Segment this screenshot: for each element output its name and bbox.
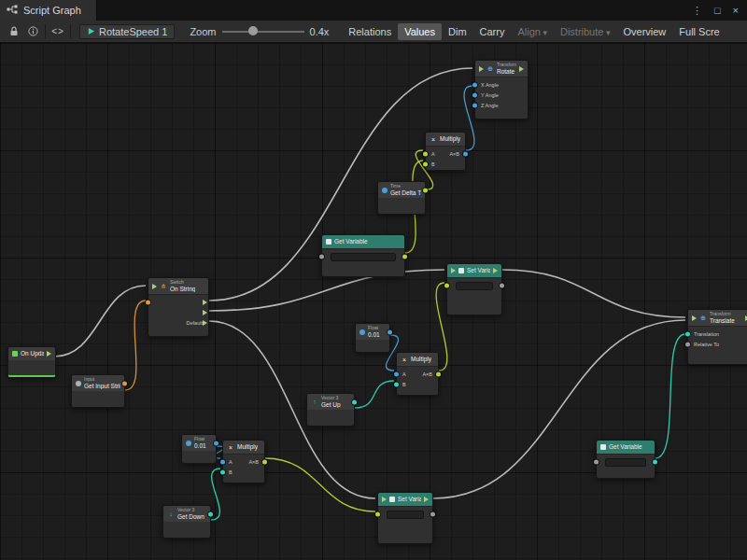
node-title: Set Variable	[467, 267, 490, 273]
flow-port-in[interactable]	[479, 66, 484, 72]
port-dot[interactable]	[146, 301, 150, 305]
node-title: 0.01	[194, 442, 206, 449]
edge-orange	[125, 301, 146, 390]
port-dot[interactable]	[653, 460, 657, 465]
port-dot[interactable]	[388, 329, 392, 334]
port-dot[interactable]	[500, 284, 504, 288]
toolbar-button-carry[interactable]: Carry	[473, 23, 512, 40]
window-menu-icon[interactable]: ⋮	[692, 5, 702, 17]
port-dot[interactable]	[352, 399, 357, 404]
node-get-delta-time[interactable]: TimeGet Delta Time	[377, 181, 426, 215]
zoom-slider-handle[interactable]	[248, 26, 258, 35]
flow-port-rout[interactable]	[203, 300, 207, 305]
port-label: Relative To	[694, 342, 719, 347]
port-dot[interactable]	[430, 512, 435, 517]
port-dot[interactable]	[685, 332, 690, 337]
node-set-variable-bottom[interactable]: Set Variable	[377, 492, 433, 544]
node-vector3-get-down[interactable]: ↓Vector 3Get Down	[162, 505, 211, 539]
port-dot[interactable]	[423, 188, 428, 192]
port-dot[interactable]	[472, 93, 477, 98]
port-label: A×B	[449, 151, 459, 157]
port-dot[interactable]	[594, 460, 599, 465]
flow-port-out[interactable]	[47, 351, 51, 357]
node-on-update[interactable]: On Update	[7, 346, 56, 377]
node-get-variable-right[interactable]: Get Variable	[596, 440, 655, 479]
edge-teal	[355, 381, 394, 408]
port-dot[interactable]	[220, 470, 225, 475]
toolbar-button-fullscreen[interactable]: Full Scre	[672, 23, 726, 40]
port-dot[interactable]	[463, 152, 468, 157]
flow-port-in[interactable]	[451, 268, 456, 273]
node-title: 0.01	[368, 331, 380, 338]
graph-reference[interactable]: RotateSpeed 1	[79, 24, 175, 39]
flow-port-out[interactable]	[519, 66, 524, 72]
node-get-input-string[interactable]: InputGet Input Strin	[71, 374, 125, 408]
node-multiply-mid[interactable]: ×MultiplyAA×BB	[396, 352, 439, 396]
zoom-label: Zoom	[190, 26, 216, 37]
graph-canvas[interactable]: On UpdateInputGet Input Strin⋔SwitchOn S…	[0, 43, 747, 560]
node-switch-on-string[interactable]: ⋔SwitchOn StringDefault	[148, 277, 209, 337]
port-dot[interactable]	[208, 511, 213, 516]
node-rotate[interactable]: ⊕TransformRotateX AngleY AngleZ Angle	[474, 60, 529, 119]
flow-port-in[interactable]	[692, 315, 697, 321]
node-multiply-low[interactable]: ×MultiplyAA×BB	[222, 440, 265, 483]
port-dot[interactable]	[402, 255, 407, 259]
port-dot[interactable]	[472, 104, 477, 108]
node-float-low[interactable]: Float0.01	[181, 434, 217, 464]
flow-port-out[interactable]	[493, 268, 498, 273]
node-float-mid[interactable]: Float0.01	[355, 323, 390, 353]
node-title: Get Variable	[334, 238, 368, 245]
variable-name-field[interactable]	[456, 282, 493, 290]
window-close-icon[interactable]: ×	[733, 5, 739, 16]
flow-port-in[interactable]	[382, 497, 387, 502]
port-label: A	[402, 371, 406, 377]
port-label: Y Angle	[481, 92, 499, 98]
flow-port-in[interactable]	[152, 284, 157, 289]
port-label: B	[229, 469, 233, 475]
toolbar: <> RotateSpeed 1 Zoom 0.4x Relations Val…	[0, 21, 747, 43]
node-set-variable-mid[interactable]: Set Variable	[446, 263, 502, 315]
variable-icon	[326, 239, 331, 245]
tab-script-graph[interactable]: Script Graph	[0, 0, 97, 21]
port-label: Z Angle	[481, 103, 499, 108]
toolbar-button-values[interactable]: Values	[398, 23, 442, 40]
variable-name-field[interactable]	[331, 253, 396, 261]
port-dot[interactable]	[436, 372, 441, 377]
port-dot[interactable]	[262, 460, 267, 465]
window-maximize-icon[interactable]: □	[714, 5, 721, 16]
node-multiply-top[interactable]: ×MultiplyAA×BB	[425, 132, 466, 171]
node-get-variable-top[interactable]: Get Variable	[321, 234, 405, 277]
node-vector3-get-up[interactable]: ↑Vector 3Get Up	[306, 393, 355, 427]
port-dot[interactable]	[214, 441, 218, 445]
port-dot[interactable]	[423, 162, 428, 167]
port-dot[interactable]	[472, 83, 477, 88]
port-dot[interactable]	[394, 372, 399, 377]
port-dot[interactable]	[685, 343, 690, 347]
toolbar-button-overview[interactable]: Overview	[616, 23, 672, 40]
multiply-icon: ×	[430, 136, 437, 143]
toolbar-buttons: Relations Values Dim Carry Align Distrib…	[342, 23, 726, 40]
variable-name-field[interactable]	[605, 458, 646, 467]
port-dot[interactable]	[394, 383, 399, 387]
toolbar-button-dim[interactable]: Dim	[442, 23, 473, 40]
toolbar-button-distribute: Distribute	[554, 23, 617, 40]
port-dot[interactable]	[220, 460, 225, 465]
flow-port-out[interactable]	[424, 497, 429, 502]
node-translate[interactable]: ⊕TransformTranslateTranslationRelative T…	[687, 309, 747, 365]
multiply-icon: ×	[401, 357, 408, 363]
port-dot[interactable]	[375, 512, 380, 517]
port-dot[interactable]	[319, 255, 324, 259]
lock-icon[interactable]	[5, 22, 23, 40]
flow-port-rout[interactable]	[203, 310, 207, 315]
port-dot[interactable]	[423, 152, 428, 157]
info-icon[interactable]	[23, 22, 42, 40]
flow-port-rout[interactable]	[203, 320, 207, 326]
zoom-slider[interactable]	[222, 22, 304, 40]
port-dot[interactable]	[444, 284, 449, 288]
node-title: Multiply	[411, 356, 431, 362]
zoom-value: 0.4x	[310, 26, 330, 37]
variable-name-field[interactable]	[387, 511, 424, 519]
port-dot[interactable]	[122, 381, 127, 385]
toolbar-button-relations[interactable]: Relations	[342, 23, 398, 40]
code-icon[interactable]: <>	[49, 22, 67, 40]
